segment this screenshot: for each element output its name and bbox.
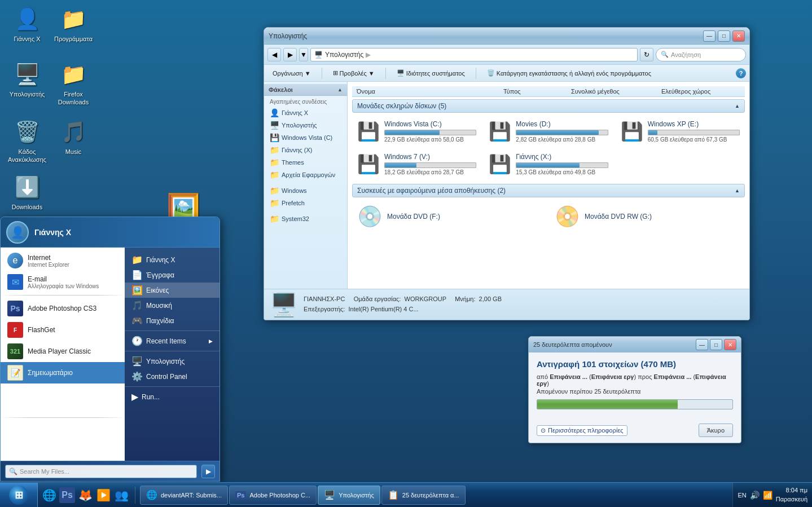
sidebar-item-system32[interactable]: 📁 System32: [264, 213, 347, 225]
sidebar-header[interactable]: Φάκελοι ▲: [264, 84, 347, 96]
sidebar-item-giannhs[interactable]: 📁 Γιάννης (Χ): [264, 144, 347, 156]
maximize-button[interactable]: □: [718, 30, 730, 42]
start-app-notepad[interactable]: 📝 Σημειωματάριο: [1, 362, 125, 383]
start-right-recent[interactable]: 🕐 Recent Items: [125, 333, 220, 349]
address-bar[interactable]: 🖥️ Υπολογιστής ▶: [310, 48, 638, 61]
desktop-icon-computer[interactable]: 🖥️ Υπολογιστής: [5, 61, 50, 98]
copy-window: 25 δευτερόλεπτα απομένουν — □ ✕ Αντιγραφ…: [528, 336, 741, 443]
sidebar-item-windows-vista[interactable]: 💾 Windows Vista (C): [264, 131, 347, 144]
cancel-button[interactable]: Άκυρο: [699, 424, 733, 437]
toolbar: Οργάνωση ▼ ⊞ Προβολές ▼ 🖥️ Ιδιότητες συσ…: [264, 65, 749, 82]
taskbar-app-deviantart[interactable]: 🌐 deviantART: Submis...: [140, 486, 228, 505]
taskbar-wmp-icon[interactable]: ▶️: [95, 487, 111, 503]
drive-e[interactable]: 💾 Windows XP (E:) 60,5 GB ελεύθερα από 6…: [616, 116, 745, 147]
drive-d[interactable]: 💾 Movies (D:) 2,82 GB ελεύθερα από 28,8 …: [484, 116, 613, 147]
system-tray: EN 🔊 📶 8:04 πμ Παρασκευή: [732, 483, 812, 508]
desktop-icon-recycle-bin[interactable]: 🗑️ Κάδος Ανακύκλωσης: [5, 118, 50, 164]
tray-clock[interactable]: 8:04 πμ Παρασκευή: [776, 486, 807, 504]
sidebar-favorites-label: Αγαπημένες συνδέσεις: [264, 97, 347, 107]
desktop-icon-downloads[interactable]: ⬇️ Downloads: [5, 174, 50, 211]
start-right-computer[interactable]: 🖥️ Υπολογιστής: [125, 354, 220, 369]
taskbar-user-icon[interactable]: 👥: [113, 487, 129, 503]
start-button[interactable]: ⊞: [0, 483, 38, 508]
organize-button[interactable]: Οργάνωση ▼: [267, 67, 316, 80]
back-button[interactable]: ◀: [267, 48, 281, 61]
copy-from: από Επιφάνεια ... (Επιφάνεια εργ) προς Ε…: [537, 373, 733, 387]
sidebar-item-windows[interactable]: 📁 Windows: [264, 184, 347, 197]
sidebar-item-prefetch[interactable]: 📁 Prefetch: [264, 197, 347, 209]
more-info-button[interactable]: ⊙ Περισσότερες πληροφορίες: [537, 425, 627, 436]
copy-window-title: 25 δευτερόλεπτα απομένουν: [533, 341, 612, 348]
nav-bar: ◀ ▶ ▼ 🖥️ Υπολογιστής ▶ ↻ 🔍 Αναζήτηση: [264, 45, 749, 65]
copy-remain: Απομένουν περίπου 25 δευτερόλεπτα: [537, 388, 733, 395]
toolbar-help-button[interactable]: ?: [736, 68, 746, 78]
drive-x[interactable]: 💾 Γιάννης (Χ:) 15,3 GB ελεύθερα από 49,8…: [484, 149, 613, 179]
sidebar-item-user[interactable]: 👤 Γιάννης Χ: [264, 107, 347, 119]
start-search-placeholder: Search My Files...: [20, 468, 69, 475]
hard-drives-header[interactable]: Μονάδες σκληρών δίσκων (5) ▲: [352, 99, 745, 113]
desktop: 👤 Γιάννης Χ 📁 Προγράμματα 🖥️ Υπολογιστής…: [0, 0, 812, 507]
volume-icon[interactable]: 🔊: [750, 491, 760, 500]
copy-close-button[interactable]: ✕: [724, 339, 736, 350]
toolbar-separator-3: [476, 68, 476, 79]
uninstall-button[interactable]: 🗑️ Κατάργηση εγκατάστασης ή αλλαγή ενός …: [482, 67, 656, 80]
start-search-box[interactable]: 🔍 Search My Files...: [5, 465, 197, 478]
start-search-go[interactable]: ▶: [201, 465, 215, 478]
taskbar-app-computer[interactable]: 🖥️ Υπολογιστής: [318, 486, 380, 505]
dvd-g[interactable]: 📀 Μονάδα DVD RW (G:): [550, 201, 745, 232]
copy-minimize-button[interactable]: —: [696, 339, 708, 350]
desktop-icon-user-folder[interactable]: 👤 Γιάννης Χ: [5, 6, 50, 43]
start-app-photoshop[interactable]: Ps Adobe Photoshop CS3: [1, 298, 125, 319]
start-right-images[interactable]: 🖼️ Εικόνες: [125, 283, 220, 298]
start-app-email[interactable]: ✉ E-mail Αλληλογραφία των Windows: [1, 271, 125, 293]
close-button[interactable]: ✕: [732, 30, 745, 42]
minimize-button[interactable]: —: [703, 30, 716, 42]
start-avatar: 👤: [6, 221, 29, 244]
start-app-flashget[interactable]: F FlashGet: [1, 319, 125, 341]
drive-c[interactable]: 💾 Windows Vista (C:) 22,9 GB ελεύθερα απ…: [352, 116, 481, 147]
col-free: Ελεύθερος χώρος: [661, 88, 740, 95]
start-right-user[interactable]: 📁 Γιάννης Χ: [125, 252, 220, 267]
start-search-icon: 🔍: [9, 468, 17, 475]
start-right-control-panel[interactable]: ⚙️ Control Panel: [125, 369, 220, 384]
search-icon: 🔍: [661, 51, 669, 58]
sidebar-item-apps[interactable]: 📁 Αρχεία Εφαρμογών: [264, 169, 347, 181]
nav-dropdown[interactable]: ▼: [299, 48, 308, 61]
taskbar-ie-icon[interactable]: 🌐: [41, 487, 57, 503]
start-right-run[interactable]: ▶ Run...: [125, 389, 220, 404]
dvd-f[interactable]: 💿 Μονάδα DVD (F:): [352, 201, 547, 232]
sidebar-item-themes[interactable]: 📁 Themes: [264, 156, 347, 169]
views-button[interactable]: ⊞ Προβολές ▼: [328, 67, 380, 80]
all-programs-button[interactable]: ▶ All Programs: [1, 420, 125, 433]
col-type: Τύπος: [503, 88, 571, 95]
sidebar-item-computer[interactable]: 🖥️ Υπολογιστής: [264, 119, 347, 131]
network-icon[interactable]: 📶: [763, 491, 773, 500]
taskbar-app-copy[interactable]: 📋 25 δευτερόλεπτα α...: [381, 486, 466, 505]
col-name: Όνομα: [357, 88, 503, 95]
dvd-grid: 💿 Μονάδα DVD (F:) 📀 Μονάδα DVD RW (G:): [352, 201, 745, 232]
desktop-icon-firefox-downloads[interactable]: 📁 Firefox Downloads: [51, 61, 96, 107]
start-right-music[interactable]: 🎵 Μουσική: [125, 298, 220, 313]
taskbar-apps: 🌐 deviantART: Submis... Ps Adobe Photosh…: [138, 483, 732, 508]
system-props-button[interactable]: 🖥️ Ιδιότητες συστήματος: [392, 67, 470, 80]
search-box[interactable]: 🔍 Αναζήτηση: [656, 48, 746, 61]
start-app-ie[interactable]: e Internet Internet Explorer: [1, 250, 125, 271]
removable-header[interactable]: Συσκευές με αφαιρούμενα μέσα αποθήκευσης…: [352, 184, 745, 197]
start-right-documents[interactable]: 📄 Έγγραφα: [125, 267, 220, 283]
refresh-button[interactable]: ↻: [640, 48, 653, 61]
address-path: Υπολογιστής: [325, 51, 363, 59]
copy-body: Αντιγραφή 101 στοιχείων (470 MB) από Επι…: [529, 352, 741, 424]
taskbar-app-photoshop[interactable]: Ps Adobe Photoshop C...: [229, 486, 317, 505]
desktop-icon-music[interactable]: 🎵 Music: [51, 118, 96, 156]
taskbar-ps-icon[interactable]: Ps: [59, 487, 75, 503]
main-content: Όνομα Τύπος Συνολικό μέγεθος Ελεύθερος χ…: [348, 82, 749, 289]
desktop-icon-programs[interactable]: 📁 Προγράμματα: [51, 6, 96, 43]
taskbar-quick-launch: 🌐 Ps 🦊 ▶️ 👥: [38, 483, 133, 508]
start-app-mpc[interactable]: 321 Media Player Classic: [1, 341, 125, 362]
start-right-games[interactable]: 🎮 Παιχνίδια: [125, 313, 220, 328]
drives-grid: 💾 Windows Vista (C:) 22,9 GB ελεύθερα απ…: [352, 116, 745, 179]
forward-button[interactable]: ▶: [283, 48, 297, 61]
copy-maximize-button[interactable]: □: [710, 339, 722, 350]
taskbar-firefox-icon[interactable]: 🦊: [77, 487, 93, 503]
drive-v[interactable]: 💾 Windows 7 (V:) 18,2 GB ελεύθερα από 28…: [352, 149, 481, 179]
